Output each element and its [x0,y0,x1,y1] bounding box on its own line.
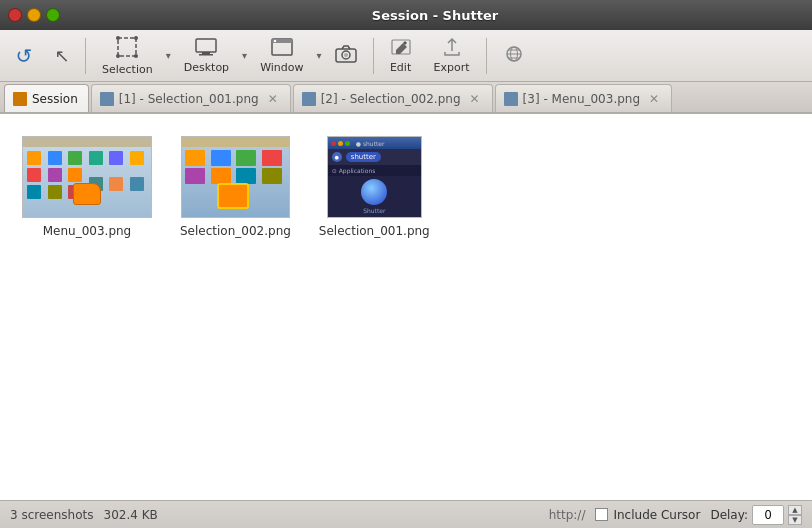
window-button[interactable]: Window [251,34,312,78]
window-icon [271,38,293,59]
refresh-icon [16,44,33,68]
refresh-button[interactable] [6,38,42,74]
maximize-button[interactable] [46,8,60,22]
thumb-frame-sel002 [181,136,290,218]
selection-dropdown[interactable]: ▾ [166,50,171,61]
window-dropdown[interactable]: ▾ [317,50,322,61]
export-icon [441,38,463,59]
desktop-icon [195,38,217,59]
thumb-label-menu003: Menu_003.png [43,224,132,238]
tab-menu003[interactable]: [3] - Menu_003.png ✕ [495,84,673,112]
tabbar: Session [1] - Selection_001.png ✕ [2] - … [0,82,812,114]
session-tab-icon [13,92,27,106]
cursor-checkbox-group: Include Cursor [595,508,700,522]
svg-point-3 [116,54,120,58]
svg-rect-6 [202,52,210,54]
status-url: http:// [549,508,586,522]
include-cursor-checkbox[interactable] [595,508,608,521]
desktop-label: Desktop [184,61,229,74]
thumb-frame-menu003 [22,136,152,218]
tab1-icon [100,92,114,106]
separator-3 [486,38,487,74]
svg-rect-7 [199,54,213,56]
window-label: Window [260,61,303,74]
tab2-icon [302,92,316,106]
tab3-close[interactable]: ✕ [647,92,661,106]
export-label: Export [434,61,470,74]
cursor-tool[interactable]: ↖ [46,38,78,74]
tab2-label: [2] - Selection_002.png [321,92,461,106]
thumb-label-sel002: Selection_002.png [180,224,291,238]
camera-button[interactable] [326,34,366,78]
edit-label: Edit [390,61,411,74]
thumb-preview-sel002 [182,137,289,217]
thumbnail-selection002[interactable]: Selection_002.png [174,130,297,244]
thumb-preview-menu003 [23,137,151,217]
delay-spin-down[interactable]: ▼ [788,515,802,525]
svg-point-1 [116,36,120,40]
desktop-group: Desktop ▾ [175,34,247,78]
edit-icon [390,38,412,59]
selection-button[interactable]: Selection [93,34,162,78]
statusbar: 3 screenshots 302.4 KB http:// Include C… [0,500,812,528]
window-group: Window ▾ [251,34,321,78]
globe-icon [503,45,525,66]
window-controls [8,8,60,22]
camera-icon [335,45,357,66]
thumb-preview-sel001: ● shutter ● shutter ⊙ Applications Shutt… [328,137,421,217]
svg-point-2 [134,36,138,40]
tab1-label: [1] - Selection_001.png [119,92,259,106]
window-title: Session - Shutter [66,8,804,23]
tab-selection001[interactable]: [1] - Selection_001.png ✕ [91,84,291,112]
thumbnail-selection001[interactable]: ● shutter ● shutter ⊙ Applications Shutt… [313,130,436,244]
titlebar: Session - Shutter [0,0,812,30]
selection-label: Selection [102,63,153,76]
tab-session[interactable]: Session [4,84,89,112]
cursor-checkbox-label: Include Cursor [613,508,700,522]
separator-2 [373,38,374,74]
screenshot-size: 302.4 KB [104,508,158,522]
delay-spinner: ▲ ▼ [788,505,802,525]
tab-session-label: Session [32,92,78,106]
svg-rect-5 [196,39,216,52]
export-button[interactable]: Export [425,34,479,78]
svg-point-10 [274,39,276,41]
delay-spin-up[interactable]: ▲ [788,505,802,515]
delay-input[interactable] [752,505,784,525]
main-content: Menu_003.png Selection_002.pn [0,114,812,500]
delay-label: Delay: [710,508,748,522]
selection-group: Selection ▾ [93,34,171,78]
desktop-dropdown[interactable]: ▾ [242,50,247,61]
svg-rect-0 [118,38,136,56]
cursor-icon: ↖ [54,45,69,66]
thumb-frame-sel001: ● shutter ● shutter ⊙ Applications Shutt… [327,136,422,218]
close-button[interactable] [8,8,22,22]
screenshot-count: 3 screenshots [10,508,94,522]
svg-point-4 [134,54,138,58]
minimize-button[interactable] [27,8,41,22]
delay-group: Delay: ▲ ▼ [710,505,802,525]
separator-1 [85,38,86,74]
tab3-label: [3] - Menu_003.png [523,92,640,106]
tab3-icon [504,92,518,106]
tab-selection002[interactable]: [2] - Selection_002.png ✕ [293,84,493,112]
tab2-close[interactable]: ✕ [468,92,482,106]
svg-point-13 [344,53,348,57]
thumb-label-sel001: Selection_001.png [319,224,430,238]
selection-icon [116,36,138,61]
globe-button[interactable] [494,34,534,78]
desktop-button[interactable]: Desktop [175,34,238,78]
toolbar: ↖ Selection ▾ [0,30,812,82]
thumbnail-menu003[interactable]: Menu_003.png [16,130,158,244]
tab1-close[interactable]: ✕ [266,92,280,106]
edit-button[interactable]: Edit [381,34,421,78]
